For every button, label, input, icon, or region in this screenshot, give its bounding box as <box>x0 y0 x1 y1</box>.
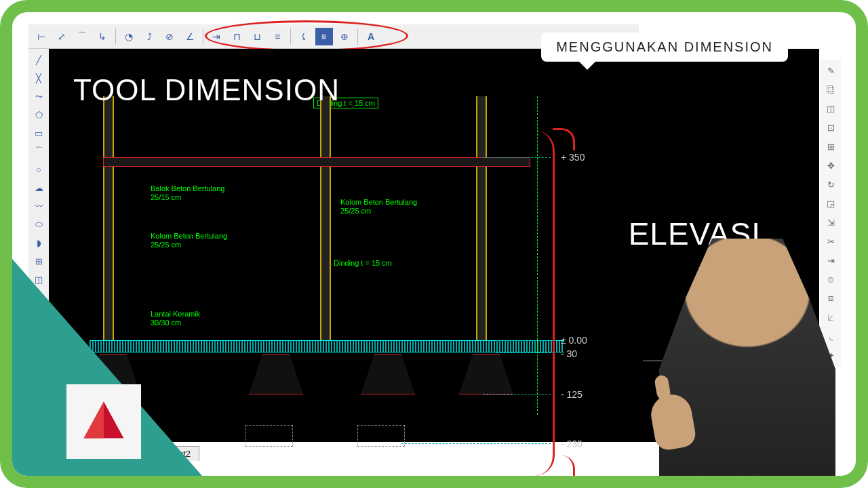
elev-125: - 125 <box>561 389 583 400</box>
line-icon[interactable]: ╱ <box>31 52 47 68</box>
chamfer-icon[interactable]: ⟀ <box>823 309 839 325</box>
elev-30: - 30 <box>561 348 577 359</box>
elevation-brace <box>521 130 555 476</box>
dim-diameter-icon[interactable]: ⊘ <box>161 28 178 45</box>
offset-icon[interactable]: ⊡ <box>823 119 839 136</box>
dim-jogged-icon[interactable]: ⤴ <box>140 28 158 45</box>
dim-arc-icon[interactable]: ⌒ <box>73 28 91 45</box>
ellipse-icon[interactable]: ⬭ <box>31 216 47 232</box>
footing-3 <box>361 354 415 394</box>
revcloud-icon[interactable]: ☁ <box>31 180 47 196</box>
text-style-icon[interactable]: A <box>362 28 380 45</box>
column-right <box>476 96 487 347</box>
rotate-icon[interactable]: ↻ <box>823 176 839 192</box>
annot-kolom1: Kolom Beton Bertulang25/25 cm <box>151 232 227 249</box>
dim-baseline-icon[interactable]: ⊓ <box>228 28 245 45</box>
extend-icon[interactable]: ⇥ <box>823 252 839 268</box>
column-mid <box>320 96 331 347</box>
hidden-footing-2 <box>357 425 405 447</box>
elev-230: - 230 <box>561 439 583 449</box>
elev-350: + 350 <box>561 152 585 163</box>
break-icon[interactable]: ⦶ <box>823 271 839 287</box>
polygon-icon[interactable]: ⬠ <box>31 106 47 123</box>
scale-icon[interactable]: ◲ <box>823 195 839 211</box>
polyline-icon[interactable]: ⤳ <box>31 88 47 104</box>
dim-aligned-icon[interactable]: ⤢ <box>53 28 71 45</box>
spline-icon[interactable]: 〰 <box>31 198 47 214</box>
dim-quick-icon[interactable]: ⇥ <box>208 28 225 45</box>
elev-0: ± 0.00 <box>561 335 587 346</box>
xline-icon[interactable]: ╳ <box>31 70 47 86</box>
svg-marker-1 <box>84 402 104 439</box>
mirror-icon[interactable]: ◫ <box>823 100 839 117</box>
rectangle-icon[interactable]: ▭ <box>31 125 47 141</box>
dim-angular-icon[interactable]: ∠ <box>181 28 199 45</box>
beam <box>103 157 530 167</box>
dim-continue-icon[interactable]: ⊔ <box>248 28 266 45</box>
trim-icon[interactable]: ✂ <box>823 233 839 249</box>
overlay-title-left: TOOL DIMENSION <box>73 73 340 107</box>
hidden-footing-1 <box>245 425 293 447</box>
dim-break-icon[interactable]: ⤹ <box>295 28 313 45</box>
annot-balok: Balok Beton Bertulang25/15 cm <box>151 184 224 202</box>
arc-icon[interactable]: ⌒ <box>31 143 47 159</box>
copy-icon[interactable]: ⿻ <box>823 81 839 98</box>
stretch-icon[interactable]: ⇲ <box>823 214 839 230</box>
footing-2 <box>249 354 303 394</box>
autocad-logo <box>66 384 141 459</box>
dim-radius-icon[interactable]: ◔ <box>120 28 138 45</box>
circle-icon[interactable]: ○ <box>31 161 47 178</box>
array-icon[interactable]: ⊞ <box>823 138 839 155</box>
modify-toolbar: ✎ ⿻ ◫ ⊡ ⊞ ✥ ↻ ◲ ⇲ ✂ ⇥ ⦶ ⧈ ⟀ ◟ ✦ <box>821 60 841 366</box>
erase-icon[interactable]: ✎ <box>823 62 839 79</box>
annot-dinding: Dinding t = 15 cm <box>334 259 392 268</box>
dim-linear-icon[interactable]: ⊢ <box>33 28 50 45</box>
speech-bubble: MENGGUNAKAN DIMENSION <box>541 33 788 62</box>
footing-4 <box>459 354 513 394</box>
dim-tolerance-icon[interactable]: ⊞ <box>315 28 333 45</box>
dim-center-icon[interactable]: ⊕ <box>336 28 353 45</box>
dim-space-icon[interactable]: ≡ <box>269 28 286 45</box>
join-icon[interactable]: ⧈ <box>823 290 839 306</box>
annot-kolom2: Kolom Beton Bertulang25/25 cm <box>340 198 417 216</box>
move-icon[interactable]: ✥ <box>823 157 839 174</box>
ellipse-arc-icon[interactable]: ◗ <box>31 235 47 251</box>
dim-ordinate-icon[interactable]: ↳ <box>94 28 111 45</box>
